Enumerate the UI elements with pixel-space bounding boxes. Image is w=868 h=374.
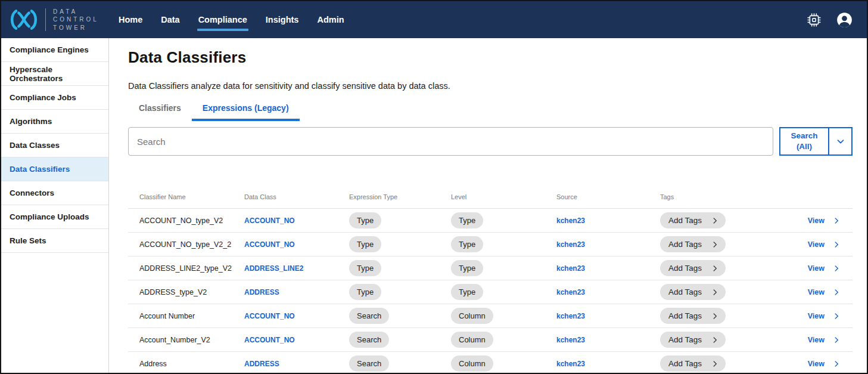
sidebar-item[interactable]: Data Classifiers bbox=[1, 157, 108, 181]
source-link[interactable]: kchen23 bbox=[556, 288, 585, 296]
add-tags-button[interactable]: Add Tags bbox=[660, 212, 726, 228]
classifier-name: Account Number bbox=[139, 312, 195, 320]
brand-line-2: CONTROL bbox=[53, 16, 99, 24]
page-layout: Compliance Engines Hyperscale Orchestrat… bbox=[1, 38, 867, 373]
tab[interactable]: Expressions (Legacy) bbox=[192, 103, 300, 121]
nav-item[interactable]: Admin bbox=[316, 13, 344, 27]
sidebar-item[interactable]: Compliance Engines bbox=[1, 38, 108, 62]
add-tags-button[interactable]: Add Tags bbox=[660, 332, 726, 348]
page-title: Data Classifiers bbox=[128, 49, 853, 66]
source-link[interactable]: kchen23 bbox=[556, 360, 585, 368]
level-cell: Type bbox=[451, 284, 556, 300]
classifiers-table: Classifier Name Data Class Expression Ty… bbox=[128, 186, 853, 373]
source-cell: kchen23 bbox=[556, 240, 660, 249]
view-link[interactable]: View bbox=[808, 288, 825, 296]
add-tags-button[interactable]: Add Tags bbox=[660, 236, 726, 252]
sidebar-item-label: Compliance Uploads bbox=[10, 212, 89, 221]
nav-item[interactable]: Data bbox=[160, 13, 180, 27]
sidebar-item[interactable]: Algorithms bbox=[1, 110, 108, 134]
sidebar-item[interactable]: Connectors bbox=[1, 181, 108, 205]
view-link[interactable]: View bbox=[808, 336, 825, 344]
source-link[interactable]: kchen23 bbox=[556, 312, 585, 320]
sidebar-item[interactable]: Compliance Jobs bbox=[1, 86, 108, 110]
tab[interactable]: Classifiers bbox=[128, 103, 192, 121]
chevron-down-icon bbox=[835, 136, 846, 147]
chevron-right-icon bbox=[711, 264, 719, 273]
data-class-cell: ADDRESS bbox=[244, 360, 349, 368]
source-link[interactable]: kchen23 bbox=[556, 264, 585, 273]
page-description: Data Classifiers analyze data for sensit… bbox=[128, 81, 853, 91]
search-button-line2: (All) bbox=[797, 142, 812, 151]
chevron-right-icon[interactable] bbox=[832, 312, 841, 320]
data-class-link[interactable]: ADDRESS bbox=[244, 288, 279, 296]
navbar-actions bbox=[807, 12, 853, 28]
sidebar-item-label: Rule Sets bbox=[10, 236, 46, 245]
view-cell: View bbox=[807, 312, 841, 320]
classifier-name: Address bbox=[139, 360, 167, 368]
expression-type-cell: Type bbox=[349, 212, 451, 228]
add-tags-label: Add Tags bbox=[668, 335, 702, 344]
chevron-right-icon[interactable] bbox=[832, 360, 841, 368]
view-link[interactable]: View bbox=[808, 264, 825, 273]
chevron-right-icon[interactable] bbox=[832, 217, 841, 225]
table-row: Address ADDRESS Search Column kchen23 bbox=[128, 352, 853, 373]
data-class-cell: ACCOUNT_NO bbox=[244, 336, 349, 344]
sidebar-item[interactable]: Compliance Uploads bbox=[1, 205, 108, 229]
data-class-link[interactable]: ACCOUNT_NO bbox=[244, 240, 295, 249]
search-options-dropdown-button[interactable] bbox=[828, 127, 853, 156]
add-tags-button[interactable]: Add Tags bbox=[660, 356, 726, 372]
data-class-link[interactable]: ACCOUNT_NO bbox=[244, 217, 295, 225]
expression-type-cell: Type bbox=[349, 284, 451, 300]
view-link[interactable]: View bbox=[808, 360, 825, 368]
level-chip: Type bbox=[451, 284, 483, 300]
chevron-right-icon[interactable] bbox=[832, 288, 841, 296]
column-header: Data Class bbox=[244, 193, 349, 200]
sidebar-item[interactable]: Hyperscale Orchestrators bbox=[1, 62, 108, 86]
sidebar-item[interactable]: Data Classes bbox=[1, 134, 108, 157]
nav-item[interactable]: Insights bbox=[265, 13, 300, 27]
level-cell: Type bbox=[451, 236, 556, 252]
sidebar-item-label: Connectors bbox=[10, 188, 54, 197]
cpu-chip-icon[interactable] bbox=[807, 13, 821, 27]
search-all-button[interactable]: Search (All) bbox=[779, 127, 828, 156]
data-class-link[interactable]: ADDRESS bbox=[244, 360, 279, 368]
data-class-link[interactable]: ADDRESS_LINE2 bbox=[244, 264, 303, 273]
nav-item[interactable]: Home bbox=[118, 13, 143, 27]
nav-item-label: Admin bbox=[317, 15, 344, 24]
nav-item[interactable]: Compliance bbox=[198, 13, 248, 27]
expression-type-cell: Search bbox=[349, 332, 451, 348]
chevron-right-icon bbox=[711, 360, 719, 368]
view-link[interactable]: View bbox=[808, 217, 825, 225]
view-link[interactable]: View bbox=[808, 312, 825, 320]
chevron-right-icon bbox=[711, 240, 719, 249]
chevron-right-icon[interactable] bbox=[832, 336, 841, 344]
tags-cell: Add Tags bbox=[660, 284, 807, 300]
table-row: ACCOUNT_NO_type_V2_2 ACCOUNT_NO Type Typ… bbox=[128, 233, 853, 256]
tab-label: Classifiers bbox=[139, 103, 181, 113]
source-link[interactable]: kchen23 bbox=[556, 240, 585, 249]
expression-type-chip: Type bbox=[349, 212, 381, 228]
tags-cell: Add Tags bbox=[660, 260, 807, 276]
view-link[interactable]: View bbox=[808, 240, 825, 249]
sidebar-item[interactable]: Rule Sets bbox=[1, 229, 108, 253]
source-link[interactable]: kchen23 bbox=[556, 217, 585, 225]
chevron-right-icon[interactable] bbox=[832, 240, 841, 249]
data-class-link[interactable]: ACCOUNT_NO bbox=[244, 336, 295, 344]
expression-type-cell: Type bbox=[349, 260, 451, 276]
source-link[interactable]: kchen23 bbox=[556, 336, 585, 344]
column-header: Classifier Name bbox=[139, 193, 244, 200]
search-input[interactable] bbox=[128, 127, 773, 156]
add-tags-button[interactable]: Add Tags bbox=[660, 308, 726, 324]
add-tags-button[interactable]: Add Tags bbox=[660, 260, 726, 276]
chevron-right-icon[interactable] bbox=[832, 264, 841, 273]
expression-type-chip: Type bbox=[349, 284, 381, 300]
data-class-link[interactable]: ACCOUNT_NO bbox=[244, 312, 295, 320]
search-split-button: Search (All) bbox=[779, 127, 853, 156]
sidebar-item-label: Data Classifiers bbox=[10, 165, 70, 174]
add-tags-button[interactable]: Add Tags bbox=[660, 284, 726, 300]
classifier-name: ADDRESS_LINE2_type_V2 bbox=[139, 264, 232, 273]
table-header: Classifier Name Data Class Expression Ty… bbox=[128, 186, 853, 209]
account-icon[interactable] bbox=[836, 12, 853, 28]
classifier-name-cell: Address bbox=[139, 360, 244, 368]
add-tags-label: Add Tags bbox=[668, 264, 702, 273]
